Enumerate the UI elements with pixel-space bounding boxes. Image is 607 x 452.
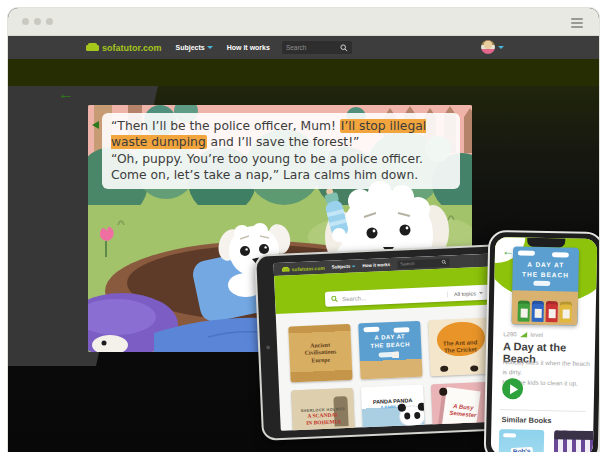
search-placeholder: Search bbox=[286, 44, 307, 51]
menu-icon[interactable] bbox=[571, 18, 583, 30]
window-dot[interactable] bbox=[22, 18, 29, 25]
search-placeholder: Search... bbox=[342, 291, 443, 301]
play-button[interactable] bbox=[502, 378, 523, 399]
sofatutor-logo[interactable]: sofatutor.com bbox=[282, 264, 325, 272]
nav-how-it-works[interactable]: How it works bbox=[362, 262, 390, 268]
similar-books-heading: Similar Books bbox=[501, 415, 551, 425]
header-band bbox=[8, 59, 599, 86]
book-cover-a-scandal-in-bohemia[interactable]: SHERLOCK HOLMESA SCANDALIN BOHEMIA bbox=[291, 388, 355, 431]
recycling-bins-art bbox=[511, 290, 578, 325]
logo-text: sofatutor.com bbox=[292, 264, 325, 271]
book-cover-purple-forest[interactable] bbox=[553, 430, 597, 452]
window-titlebar bbox=[8, 8, 599, 36]
nav-subjects[interactable]: Subjects bbox=[176, 44, 213, 51]
nav-how-it-works[interactable]: How it works bbox=[227, 44, 270, 51]
window-dot[interactable] bbox=[34, 18, 41, 25]
sofatutor-logo[interactable]: sofatutor.com bbox=[86, 43, 162, 53]
story-textbox: “Then I’ll be the police officer, Mum! I… bbox=[102, 113, 460, 189]
level-icon bbox=[520, 331, 528, 337]
nav-subjects[interactable]: Subjects bbox=[332, 264, 356, 270]
panda-art bbox=[400, 405, 425, 426]
topics-dropdown[interactable]: All topics bbox=[447, 289, 483, 297]
search-placeholder: Search bbox=[400, 261, 414, 267]
level-label: level bbox=[531, 332, 543, 338]
phone-mockup: ← A DAY AT THE BEACH L280 level A Day at… bbox=[484, 230, 599, 452]
book-cover-the-ant-and-the-cricket[interactable]: The Ant andThe Cricket bbox=[428, 318, 492, 377]
topics-label: All topics bbox=[454, 290, 476, 297]
audio-marker-icon[interactable] bbox=[92, 121, 99, 129]
back-button[interactable]: ← bbox=[58, 86, 74, 102]
story-text: and I’ll save the forest!” bbox=[207, 135, 360, 149]
search-icon bbox=[331, 295, 338, 302]
nav-subjects-label: Subjects bbox=[332, 264, 351, 270]
divider bbox=[500, 409, 586, 412]
site-navbar: sofatutor.com Subjects How it works Sear… bbox=[8, 36, 599, 59]
book-cover-panda-panda[interactable]: PANDA PANDAA RAINY DAY bbox=[361, 385, 425, 431]
logo-text: sofatutor.com bbox=[102, 43, 162, 53]
user-account[interactable] bbox=[481, 40, 504, 54]
search-input[interactable]: Search bbox=[282, 41, 352, 54]
play-icon bbox=[510, 384, 518, 394]
phone-notch bbox=[527, 238, 565, 248]
search-icon bbox=[441, 260, 446, 265]
level-code: L280 bbox=[503, 331, 516, 337]
book-cover-a-day-at-the-beach[interactable]: A DAY AT THE BEACH bbox=[511, 246, 579, 325]
story-text: “Then I’ll be the police officer, Mum! bbox=[111, 119, 340, 133]
reader-area: ← bbox=[8, 86, 599, 452]
book-meta: L280 level bbox=[503, 331, 543, 338]
book-cover-ancient-civilisations[interactable]: AncientCivilisationsEurope bbox=[288, 324, 352, 383]
couch-icon bbox=[86, 43, 99, 52]
window-dot[interactable] bbox=[46, 18, 53, 25]
chevron-down-icon bbox=[351, 265, 355, 267]
browser-window: sofatutor.com Subjects How it works Sear… bbox=[8, 8, 599, 452]
search-input[interactable]: Search bbox=[397, 258, 449, 268]
similar-books-row: Bob's bbox=[498, 429, 597, 452]
description-line: Nobody likes it when the beach is dirty. bbox=[502, 358, 590, 375]
chevron-down-icon bbox=[498, 46, 504, 49]
couch-icon bbox=[282, 266, 290, 272]
chevron-down-icon bbox=[479, 291, 483, 293]
back-button[interactable]: ← bbox=[502, 244, 514, 258]
book-cover-bobs[interactable]: Bob's bbox=[498, 429, 544, 452]
story-paragraph: “Then I’ll be the police officer, Mum! I… bbox=[111, 118, 451, 151]
nav-subjects-label: Subjects bbox=[176, 44, 205, 51]
book-cover-a-day-at-the-beach[interactable]: A DAY ATTHE BEACH bbox=[358, 321, 422, 380]
phone-screen: ← A DAY AT THE BEACH L280 level A Day at… bbox=[491, 237, 598, 452]
tablet-camera bbox=[266, 345, 270, 349]
chevron-down-icon bbox=[207, 46, 213, 49]
page: sofatutor.com Subjects How it works Sear… bbox=[0, 0, 607, 452]
story-paragraph: “Oh, puppy. You’re too young to be a pol… bbox=[111, 151, 451, 184]
search-icon bbox=[340, 44, 348, 52]
avatar[interactable] bbox=[481, 40, 495, 54]
window-controls[interactable] bbox=[22, 18, 53, 25]
